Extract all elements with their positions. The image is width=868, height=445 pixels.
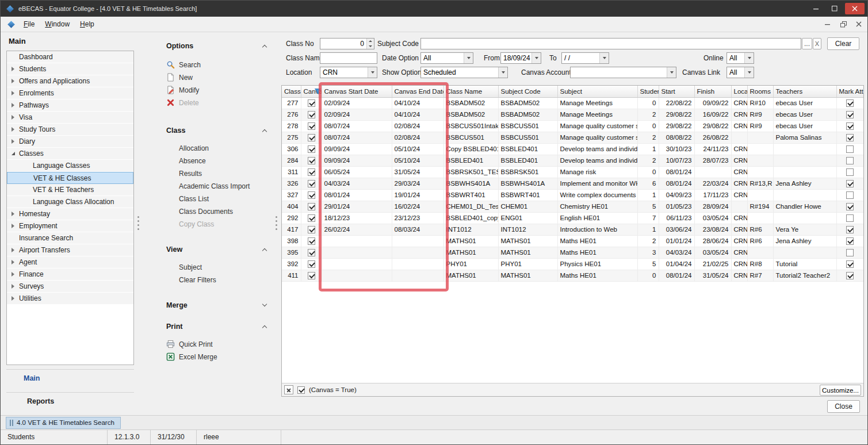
mark-att-checkbox[interactable] [846,180,854,187]
column-header-finish[interactable]: Finish [694,86,731,97]
column-header-start[interactable]: Start [659,86,694,97]
grid-row-417[interactable]: 41726/02/2408/03/24INT1012INT1012Introdu… [282,224,863,235]
grid-row-292[interactable]: 29218/12/2323/12/23BSBLED401_copyENG01En… [282,212,863,224]
column-header-rooms[interactable]: Rooms [747,86,773,97]
absence-button[interactable]: Absence [155,155,277,167]
show-option-dropdown[interactable]: Scheduled [420,67,508,78]
canvas-checkbox[interactable] [308,191,315,199]
grid-row-276[interactable]: 27602/09/2404/10/24BSBADM502BSBADM502Man… [282,109,863,120]
clear-filters-button[interactable]: Clear Filters [155,274,277,286]
chevron-down-icon[interactable] [464,53,473,63]
grid-row-277[interactable]: 27702/09/2404/10/24BSBADM502BSBADM502Man… [282,97,863,109]
canvas-checkbox[interactable] [308,157,315,164]
sidebar-item-vet-he-teachers[interactable]: VET & HE Teachers [7,184,133,196]
canvas-checkbox[interactable] [308,249,315,256]
class-list-button[interactable]: Class List [155,193,277,205]
class-no-input[interactable]: 0 [320,38,374,49]
grid-row-395[interactable]: 395MATHS01MATHS01Maths HE01304/03/2403/0… [282,247,863,258]
canvas-checkbox[interactable] [308,122,315,130]
chevron-down-icon[interactable] [599,53,609,63]
grid-row-411[interactable]: 411MATHS01MATHS01Maths HE01008/01/2431/0… [282,270,863,281]
expand-icon[interactable] [12,224,19,228]
expand-icon[interactable] [12,67,19,71]
group-header-merge[interactable]: Merge [155,300,277,311]
sidebar-item-visa[interactable]: Visa [7,112,133,124]
expand-icon[interactable] [12,103,19,108]
mark-att-checkbox[interactable] [846,168,854,176]
column-header-mark-att[interactable]: Mark Att [836,86,863,97]
canvas-checkbox[interactable] [308,237,315,245]
chevron-down-icon[interactable] [667,67,676,78]
remove-filter-button[interactable] [284,385,293,394]
sidebar-item-students[interactable]: Students [7,63,133,75]
mark-att-checkbox[interactable] [846,260,854,268]
expand-icon[interactable] [12,248,19,252]
quick-print-button[interactable]: Quick Print [155,338,277,351]
sidebar-item-utilities[interactable]: Utilities [7,293,133,305]
mark-att-checkbox[interactable] [846,145,854,153]
location-dropdown[interactable]: CRN [320,67,377,78]
chevron-down-icon[interactable] [531,53,541,63]
modify-button[interactable]: Modify [155,84,277,97]
from-date-input[interactable]: 18/09/24 [500,52,541,64]
grid-row-306[interactable]: 30609/09/2405/10/24Copy BSBLED401_IBSBLE… [282,143,863,155]
academic-class-import-button[interactable]: Academic Class Import [155,180,277,193]
sidebar-item-surveys[interactable]: Surveys [7,281,133,293]
filter-funnel-icon[interactable] [315,89,321,95]
sidebar-item-pathways[interactable]: Pathways [7,99,133,112]
collapse-icon[interactable] [12,152,19,155]
mark-att-checkbox[interactable] [846,203,854,210]
menu-file[interactable]: File [18,18,40,30]
canvas-account-dropdown[interactable] [570,67,676,78]
sidebar-item-offers-and-applications[interactable]: Offers and Applications [7,75,133,87]
expand-icon[interactable] [12,284,19,289]
sidebar-item-agent[interactable]: Agent [7,256,133,268]
class-documents-button[interactable]: Class Documents [155,205,277,218]
excel-merge-button[interactable]: Excel Merge [155,351,277,363]
grid-row-311[interactable]: 31106/05/2431/05/24BSBRSK501_TESTBSBRSK5… [282,166,863,178]
grid-row-392[interactable]: 392PHY01PHY01Physics HE01501/04/2421/02/… [282,258,863,270]
group-header-print[interactable]: Print [155,321,277,332]
filter-active-checkbox[interactable] [297,386,305,394]
group-header-view[interactable]: View [155,244,277,255]
group-header-class[interactable]: Class [155,125,277,136]
class-no-spinner[interactable] [366,39,374,49]
expand-icon[interactable] [12,212,19,216]
expand-icon[interactable] [12,91,19,95]
search-button[interactable]: Search [155,59,277,71]
column-header-class[interactable]: Class [282,86,301,97]
canvas-checkbox[interactable] [308,145,315,153]
clear-filters-button[interactable]: Clear [827,37,859,50]
canvas-checkbox[interactable] [308,272,315,279]
to-date-input[interactable]: / / [561,52,609,64]
grid-row-404[interactable]: 40429/01/2416/02/24CHEM01_DL_Test_CHEM01… [282,201,863,212]
mark-att-checkbox[interactable] [846,226,854,233]
close-window-button[interactable] [845,3,865,14]
mark-att-checkbox[interactable] [846,157,854,164]
grid-row-327[interactable]: 32708/01/2419/01/24BSBWRT401BSBWRT401Wri… [282,189,863,201]
column-header-locati[interactable]: Locati [731,86,747,97]
chevron-down-icon[interactable] [498,67,507,78]
canvas-checkbox[interactable] [308,99,315,107]
sidebar-item-homestay[interactable]: Homestay [7,208,133,220]
mark-att-checkbox[interactable] [846,272,854,279]
canvas-checkbox[interactable] [308,134,315,141]
canvas-checkbox[interactable] [308,226,315,233]
grid-row-326[interactable]: 32604/03/2429/03/24BSBWHS401ABSBWHS401AI… [282,178,863,189]
chevron-down-icon[interactable] [368,67,377,78]
class-name-input[interactable] [320,52,377,64]
mark-att-checkbox[interactable] [846,99,854,107]
sidebar-item-vet-he-classes[interactable]: VET & HE Classes [7,172,133,184]
sidebar-item-finance[interactable]: Finance [7,268,133,281]
chevron-down-icon[interactable] [744,53,754,63]
grid-row-398[interactable]: 398MATHS01MATHS01Maths HE01201/01/2428/0… [282,235,863,247]
mdi-minimize-button[interactable] [821,18,835,30]
sidebar-item-insurance-search[interactable]: Insurance Search [7,232,133,244]
customize-button[interactable]: Customize... [820,385,861,396]
mark-att-checkbox[interactable] [846,237,854,245]
column-header-canvas-start-date[interactable]: Canvas Start Date [322,86,392,97]
canvas-checkbox[interactable] [308,203,315,210]
expand-icon[interactable] [12,139,19,144]
canvas-checkbox[interactable] [308,168,315,176]
canvas-checkbox[interactable] [308,260,315,268]
